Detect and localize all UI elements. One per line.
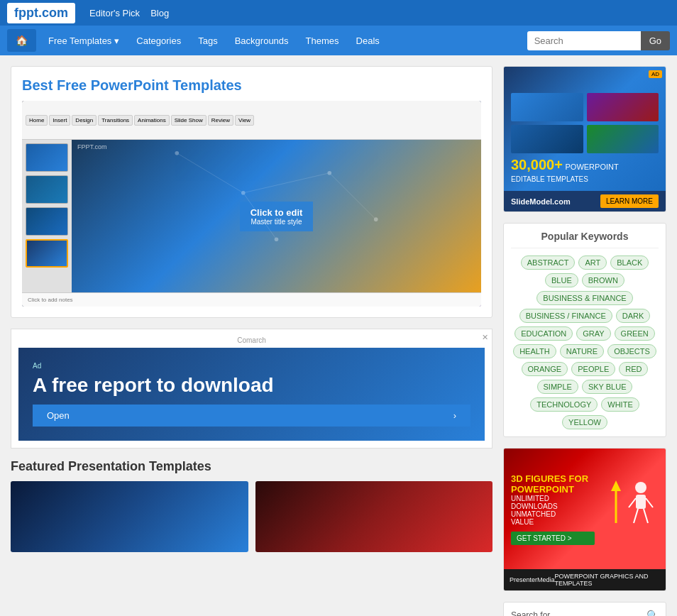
keyword-tag[interactable]: TECHNOLOGY [530, 397, 598, 412]
nav-categories[interactable]: Categories [128, 28, 189, 53]
dropdown-icon: ▾ [114, 35, 119, 46]
main-slide-area: FPPT.com [72, 140, 481, 292]
ad-thumbnails [511, 93, 659, 153]
ad-thumb [511, 125, 583, 153]
search-input[interactable] [527, 31, 641, 50]
ad-subtitle: EDITABLE TEMPLATES [511, 175, 588, 183]
featured-section: Featured Presentation Templates [11, 459, 492, 552]
svg-line-12 [646, 498, 653, 507]
svg-line-3 [243, 193, 277, 239]
ad-close-button[interactable]: ✕ [482, 333, 488, 342]
template-card[interactable] [255, 481, 493, 552]
toolbar-btn: Animations [134, 115, 170, 126]
toolbar-btn: Insert [49, 115, 70, 126]
keyword-tag[interactable]: PEOPLE [571, 362, 615, 376]
keyword-tag[interactable]: BLACK [610, 255, 649, 270]
ppt-body: FPPT.com [22, 140, 481, 292]
presenter-figure [602, 473, 659, 544]
nav-free-templates[interactable]: Free Templates ▾ [40, 28, 128, 53]
svg-point-7 [374, 217, 378, 221]
content-area: Best Free PowerPoint Templates Home Inse… [0, 55, 677, 616]
presenter-ad: 3D FIGURES FOR POWERPOINT UNLIMITED DOWN… [503, 448, 666, 591]
keyword-tag[interactable]: NATURE [560, 344, 604, 358]
top-bar: fppt.com Editor's Pick Blog [0, 0, 677, 26]
slide-thumb [26, 207, 68, 236]
toolbar-btn: Review [208, 115, 233, 126]
keyword-tag[interactable]: ORANGE [522, 362, 568, 376]
ad-thumb [587, 125, 659, 153]
keyword-tag[interactable]: BROWN [582, 273, 624, 287]
ppt-notes: Click to add notes [22, 292, 481, 307]
keyword-tag[interactable]: BLUE [545, 273, 578, 287]
nav-tags[interactable]: Tags [189, 28, 226, 53]
presenter-bar-sub: POWERPOINT GRAPHICS AND TEMPLATES [555, 573, 660, 587]
ad-section: Comarch ✕ Ad A free report to download O… [11, 329, 492, 449]
blog-link[interactable]: Blog [150, 8, 169, 18]
toolbar-btn: View [235, 115, 254, 126]
svg-line-1 [243, 173, 330, 193]
template-card[interactable] [11, 481, 248, 552]
keyword-tag[interactable]: SKY BLUE [582, 380, 633, 394]
nav-themes[interactable]: Themes [297, 28, 348, 53]
keyword-tag[interactable]: HEALTH [513, 344, 556, 358]
keyword-tag[interactable]: ABSTRACT [521, 255, 576, 270]
nav-bar: 🏠 Free Templates ▾ Categories Tags Backg… [0, 26, 677, 55]
presenter-cta[interactable]: GET STARTED > [511, 532, 595, 545]
ad-badge: AD [649, 70, 662, 78]
keyword-tag[interactable]: GRAY [576, 326, 610, 341]
keyword-tag[interactable]: WHITE [601, 397, 639, 412]
toolbar-btn: Slide Show [171, 115, 207, 126]
presenter-ad-line3: UNMATCHED [511, 510, 595, 518]
toolbar-btn: Design [72, 115, 97, 126]
keyword-tag[interactable]: GREEN [615, 326, 655, 341]
svg-line-14 [644, 509, 648, 523]
toolbar-btn: Transitions [98, 115, 133, 126]
learn-more-button[interactable]: LEARN MORE [600, 194, 659, 208]
search-for-box: Search for 🔍 1.DOWNLOAD TOP PPT TEMPLATE… [503, 602, 666, 616]
keyword-tag[interactable]: BUSINESS & FINANCE [536, 291, 632, 305]
hero-title: Best Free PowerPoint Templates [22, 77, 481, 94]
ad-company-label: Comarch [18, 336, 485, 344]
hero-section: Best Free PowerPoint Templates Home Inse… [11, 66, 492, 318]
slidemodel-ad: AD 30,000+ POWERPOINT EDITABLE TEMPLATES… [503, 66, 666, 212]
keyword-tag[interactable]: SIMPLE [537, 380, 578, 394]
keyword-tag[interactable]: DARK [616, 309, 651, 323]
slides-panel [22, 140, 72, 292]
presenter-ad-text: 3D FIGURES FOR POWERPOINT UNLIMITED DOWN… [511, 473, 595, 545]
presenter-ad-line1: UNLIMITED [511, 495, 595, 502]
popular-keywords-box: Popular Keywords ABSTRACTARTBLACKBLUEBRO… [503, 223, 666, 437]
keyword-tag[interactable]: RED [619, 362, 648, 376]
nav-deals[interactable]: Deals [348, 28, 388, 53]
keywords-list: ABSTRACTARTBLACKBLUEBROWNBUSINESS & FINA… [511, 255, 659, 429]
keyword-tag[interactable]: OBJECTS [607, 344, 656, 358]
presenter-bar-label: PresenterMedia [510, 576, 555, 583]
keyword-tag[interactable]: ART [578, 255, 607, 270]
site-logo[interactable]: fppt.com [7, 3, 75, 23]
svg-line-11 [629, 498, 636, 507]
ad-arrow-icon: › [453, 410, 456, 421]
keyword-tag[interactable]: EDUCATION [514, 326, 573, 341]
presenter-bar: PresenterMedia POWERPOINT GRAPHICS AND T… [504, 569, 666, 590]
slidemodel-ad-inner: AD 30,000+ POWERPOINT EDITABLE TEMPLATES [504, 67, 666, 191]
featured-grid [11, 481, 492, 552]
svg-point-9 [635, 482, 646, 493]
svg-marker-16 [611, 480, 621, 491]
search-button[interactable]: Go [641, 31, 670, 50]
presenter-svg [602, 473, 659, 544]
nav-backgrounds[interactable]: Backgrounds [226, 28, 297, 53]
ad-open-button[interactable]: Open › [33, 405, 470, 427]
ad-thumb [587, 93, 659, 121]
hero-image: Home Insert Design Transitions Animation… [22, 101, 481, 307]
ad-inner-headline: A free report to download [33, 373, 470, 397]
ad-count: 30,000+ [511, 157, 563, 172]
ppt-toolbar: Home Insert Design Transitions Animation… [22, 101, 481, 140]
presenter-ad-title: 3D FIGURES FOR POWERPOINT [511, 473, 595, 495]
keyword-tag[interactable]: YELLOW [562, 415, 607, 429]
slide-thumb [26, 175, 68, 204]
keyword-tag[interactable]: BUSINESS / FINANCE [519, 309, 612, 323]
featured-title: Featured Presentation Templates [11, 459, 492, 474]
editors-pick-link[interactable]: Editor's Pick [89, 8, 140, 18]
slide-thumb [26, 239, 68, 268]
home-nav-button[interactable]: 🏠 [7, 29, 36, 52]
svg-line-2 [329, 173, 375, 219]
